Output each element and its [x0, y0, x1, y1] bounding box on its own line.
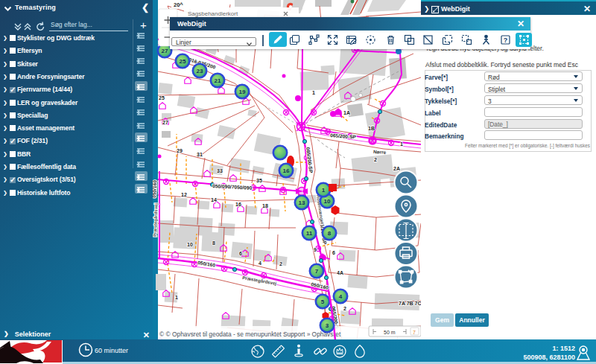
svg-text:050/160: 050/160	[153, 180, 157, 199]
svg-text:21: 21	[215, 77, 221, 84]
svg-text:16: 16	[283, 167, 290, 174]
svg-text:20^: 20^	[174, 1, 183, 8]
svg-text:2: 2	[374, 157, 377, 162]
svg-text:33: 33	[217, 168, 223, 173]
svg-text:7: 7	[413, 330, 416, 335]
svg-text:?: ?	[503, 36, 507, 44]
svg-text:5: 5	[321, 298, 325, 305]
svg-text:1: 1	[400, 141, 403, 147]
svg-text:4A: 4A	[337, 270, 343, 275]
svg-text:1: 1	[312, 90, 315, 95]
svg-text:27: 27	[162, 120, 168, 125]
svg-text:25: 25	[159, 95, 165, 100]
svg-text:6: 6	[239, 251, 242, 256]
svg-text:11: 11	[306, 230, 313, 237]
svg-text:12: 12	[181, 192, 187, 197]
svg-text:50 m: 50 m	[384, 330, 396, 335]
svg-text:18: 18	[262, 203, 268, 208]
svg-text:25: 25	[180, 58, 186, 65]
svg-text:4: 4	[339, 293, 343, 300]
svg-text:9: 9	[314, 247, 317, 252]
svg-text:14: 14	[211, 197, 217, 202]
svg-text:Sagsbehandlerkort: Sagsbehandlerkort	[188, 10, 238, 17]
svg-text:© © Ophavsret til geodata - se: © © Ophavsret til geodata - se menupunkt…	[159, 331, 341, 338]
svg-text:27: 27	[162, 48, 168, 54]
svg-text:1B: 1B	[368, 126, 375, 131]
svg-text:1: 1	[322, 187, 326, 194]
svg-text:35: 35	[256, 178, 262, 183]
svg-text:7: 7	[315, 268, 319, 275]
svg-text:29: 29	[177, 148, 183, 153]
svg-text:1A: 1A	[343, 110, 350, 115]
svg-text:2A: 2A	[393, 166, 400, 171]
svg-text:4: 4	[259, 261, 261, 266]
svg-text:23: 23	[197, 68, 203, 74]
svg-text:1: 1	[175, 295, 178, 300]
svg-text:19: 19	[239, 89, 246, 95]
svg-text:10: 10	[324, 198, 331, 205]
svg-text:2: 2	[343, 306, 346, 311]
svg-text:8: 8	[328, 230, 332, 237]
svg-text:8: 8	[212, 240, 215, 246]
svg-text:Nørre: Nørre	[373, 149, 387, 155]
svg-text:13: 13	[299, 199, 305, 206]
svg-text:Præstegårdsvej: Præstegårdsvej	[153, 202, 159, 237]
svg-text:31: 31	[197, 152, 203, 157]
svg-text:6: 6	[332, 250, 335, 255]
svg-text:3: 3	[326, 322, 329, 329]
svg-text:7A 7B 7C: 7A 7B 7C	[399, 301, 421, 306]
svg-text:16: 16	[235, 202, 241, 207]
svg-text:10: 10	[187, 242, 193, 247]
svg-text:2: 2	[279, 261, 282, 266]
